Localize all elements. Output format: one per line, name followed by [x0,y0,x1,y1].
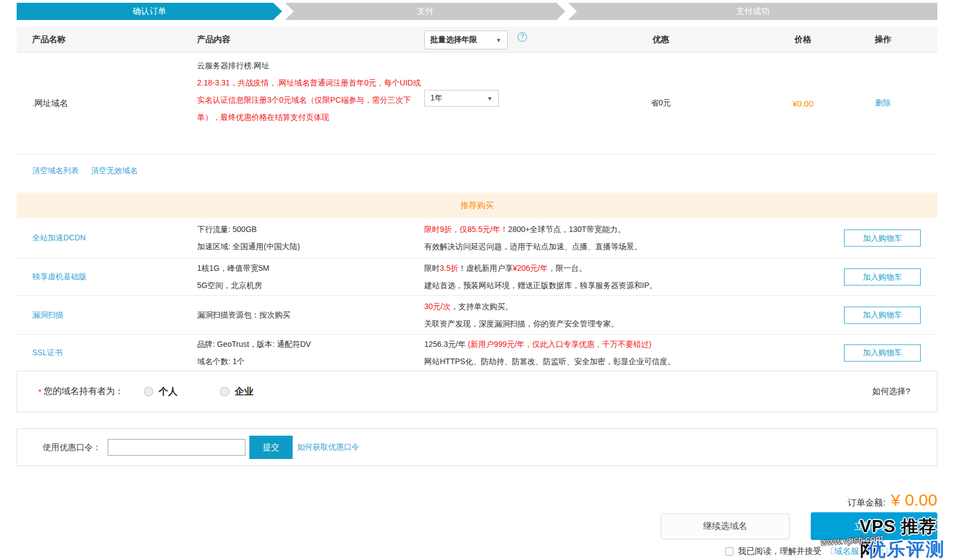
order-confirm-page: 确认订单 支付 支付成功 产品名称 产品内容 批量选择年限 ▼ ? 优惠 价格 … [0,0,954,560]
terms-link[interactable]: 〔域名服务条款〕 [826,546,892,557]
agree-text: 我已阅读，理解并接受 [738,546,821,557]
recommend-name-link[interactable]: 独享虚机基础版 [32,272,87,282]
header-price: 价格 [770,34,836,45]
recommend-promo: 限时9折，仅85.5元/年！2800+全球节点，130T带宽能力。 有效解决访问… [424,218,642,258]
desc-line: 5G空间，北京机房 [197,277,269,294]
progress-steps: 确认订单 支付 支付成功 [17,3,937,20]
desc-line: 域名个数: 1个 [197,353,311,370]
chevron-down-icon: ▼ [487,95,493,102]
radio-enterprise[interactable]: 企业 [220,385,254,398]
promo-highlight: 限时9折，仅85.5元/年！ [424,225,508,234]
coupon-submit-button[interactable]: 提交 [249,436,293,459]
promo-highlight: 3.5折 [440,264,458,273]
how-to-choose-link[interactable]: 如何选择? [872,386,910,397]
recommend-desc: 漏洞扫描资源包：按次购买 [197,296,290,334]
delete-link[interactable]: 删除 [850,98,916,108]
year-select[interactable]: 1年 ▼ [424,90,499,107]
header-product-name: 产品名称 [32,34,66,45]
promo-highlight: (新用户999元/年，仅此入口专享优惠，千万不要错过) [468,340,652,349]
radio-enterprise-label: 企业 [235,385,254,398]
step-label: 支付 [417,6,434,17]
product-price: ¥0.00 [770,99,836,108]
radio-icon[interactable] [144,387,153,396]
recommend-row-ssl: SSL证书 品牌: GeoTrust，版本: 通配符DV 域名个数: 1个 12… [17,335,937,371]
step-pay: 支付 [285,3,565,20]
order-total-label: 订单金额: [847,497,885,509]
header-product-content: 产品内容 [197,34,230,45]
promo-text: ，支持单次购买。 [450,302,513,311]
coupon-section: 使用优惠口令： 提交 如何获取优惠口令 [17,428,937,466]
recommend-name-link[interactable]: 全站加速DCDN [32,233,86,243]
step-label: 支付成功 [736,6,770,17]
promo-line: 建站首选，预装网站环境，赠送正版数据库，独享服务器资源和IP。 [424,277,657,294]
recommend-name-link[interactable]: SSL证书 [32,348,62,358]
coupon-label: 使用优惠口令： [43,442,101,453]
required-asterisk: * [38,387,42,396]
agree-checkbox[interactable] [725,547,734,556]
promo-line: 限时9折，仅85.5元/年！2800+全球节点，130T带宽能力。 [424,221,642,238]
desc-line: 漏洞扫描资源包：按次购买 [197,306,290,324]
promo-highlight: 30元/次 [424,302,450,311]
desc-line: 下行流量: 500GB [197,221,300,238]
recommend-promo: 30元/次，支持单次购买。 关联资产发现，深度漏洞扫描，你的资产安全管理专家。 [424,296,619,334]
order-total-amount: ¥ 0.00 [891,491,937,509]
product-name: .网址域名 [32,98,68,109]
batch-year-select-value: 批量选择年限 [430,35,477,45]
year-select-value: 1年 [430,93,443,103]
product-content-line: 云服务器排行榜.网址 [197,57,428,74]
add-to-cart-button[interactable]: 加入购物车 [844,306,921,324]
promo-text: ！虚机新用户享 [458,264,513,273]
product-discount: 省0元 [627,98,694,108]
clear-links-row: 清空域名列表 清空无效域名 [17,154,937,188]
product-content: 云服务器排行榜.网址 2.18-3.31，共战疫情，.网址域名普通词注册首年0元… [197,57,428,126]
add-to-cart-button[interactable]: 加入购物车 [844,344,921,361]
clear-invalid-domain-link[interactable]: 清空无效域名 [91,166,138,176]
buy-now-button[interactable]: 立即购买 [811,512,937,540]
add-to-cart-button[interactable]: 加入购物车 [844,269,921,286]
recommend-row-vhost: 独享虚机基础版 1核1G，峰值带宽5M 5G空间，北京机房 限时3.5折！虚机新… [17,259,937,296]
continue-select-domain-button[interactable]: 继续选域名 [661,513,790,539]
promo-text: 1256.3元/年 [424,340,468,349]
coupon-input[interactable] [108,439,245,456]
radio-personal-label: 个人 [159,385,178,398]
promo-line: 限时3.5折！虚机新用户享¥206元/年，限一台。 [424,260,657,277]
recommend-row-scan: 漏洞扫描 漏洞扫描资源包：按次购买 30元/次，支持单次购买。 关联资产发现，深… [17,296,937,335]
order-total: 订单金额: ¥ 0.00 [847,491,937,509]
coupon-help-link[interactable]: 如何获取优惠口令 [297,442,359,452]
agreement-row: 我已阅读，理解并接受 〔域名服务条款〕 [725,546,892,557]
header-action: 操作 [850,34,916,45]
radio-personal[interactable]: 个人 [144,385,178,398]
table-header: 产品名称 产品内容 批量选择年限 ▼ ? 优惠 价格 操作 [17,27,937,53]
add-to-cart-button[interactable]: 加入购物车 [844,230,921,247]
recommend-promo: 限时3.5折！虚机新用户享¥206元/年，限一台。 建站首选，预装网站环境，赠送… [424,259,657,295]
product-row: .网址域名 云服务器排行榜.网址 2.18-3.31，共战疫情，.网址域名普通词… [17,53,937,154]
clear-domain-list-link[interactable]: 清空域名列表 [32,166,79,176]
step-label: 确认订单 [133,6,166,17]
promo-text: ，限一台。 [548,264,587,273]
recommend-row-dcdn: 全站加速DCDN 下行流量: 500GB 加速区域: 全国通用(中国大陆) 限时… [17,218,937,259]
recommend-desc: 品牌: GeoTrust，版本: 通配符DV 域名个数: 1个 [197,335,311,371]
promo-line: 30元/次，支持单次购买。 [424,298,619,315]
recommend-title: 推荐购买 [460,200,494,211]
promo-line: 关联资产发现，深度漏洞扫描，你的资产安全管理专家。 [424,315,619,332]
recommend-band: 推荐购买 [17,193,937,218]
recommend-name-link[interactable]: 漏洞扫描 [32,310,63,320]
holder-label: 您的域名持有者为： [44,386,124,397]
step-confirm-order: 确认订单 [17,3,282,20]
desc-line: 加速区域: 全国通用(中国大陆) [197,238,300,255]
chevron-down-icon: ▼ [496,37,501,43]
batch-year-select[interactable]: 批量选择年限 ▼ [424,31,508,49]
recommend-desc: 下行流量: 500GB 加速区域: 全国通用(中国大陆) [197,218,300,258]
domain-holder-section: * 您的域名持有者为： 个人 企业 如何选择? [17,371,937,412]
desc-line: 1核1G，峰值带宽5M [197,260,269,277]
promo-highlight: ¥206元/年 [513,264,548,273]
question-icon[interactable]: ? [518,32,527,42]
promo-line: 有效解决访问延迟问题，适用于站点加速、点播、直播等场景。 [424,238,642,255]
desc-line: 品牌: GeoTrust，版本: 通配符DV [197,336,311,353]
promo-text: 2800+全球节点，130T带宽能力。 [508,225,625,234]
promo-line: 网站HTTPS化、防劫持、防篡改、防监听、安全加密，彰显企业可信度。 [424,353,675,370]
step-pay-success: 支付成功 [568,3,937,20]
radio-icon[interactable] [220,387,229,396]
header-discount: 优惠 [627,34,694,45]
promo-line: 1256.3元/年 (新用户999元/年，仅此入口专享优惠，千万不要错过) [424,336,675,353]
